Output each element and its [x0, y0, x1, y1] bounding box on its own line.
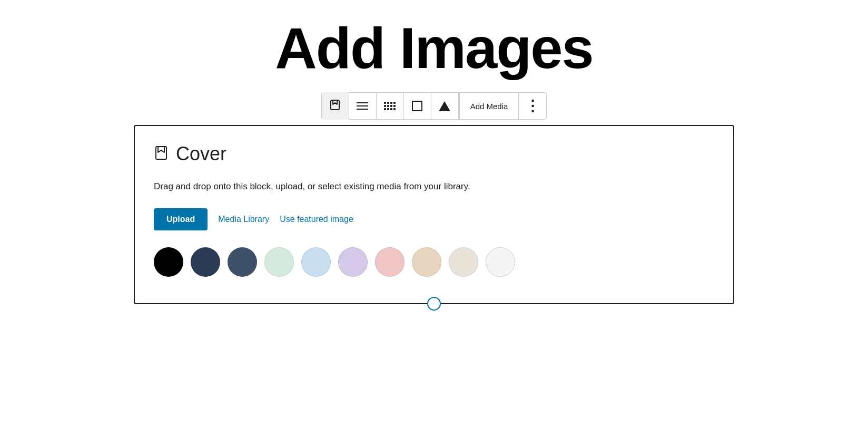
expand-icon [412, 101, 422, 111]
color-swatch-light-blue[interactable] [301, 247, 331, 277]
color-swatch-lavender[interactable] [338, 247, 368, 277]
dots-icon: ⋮ [525, 102, 540, 110]
cover-block-description: Drag and drop onto this block, upload, o… [154, 180, 714, 194]
color-swatch-dark-blue[interactable] [191, 247, 220, 277]
bookmark-toolbar-button[interactable] [322, 92, 349, 120]
add-media-button[interactable]: Add Media [459, 92, 519, 120]
color-swatch-slate[interactable] [228, 247, 257, 277]
color-swatch-pink[interactable] [375, 247, 405, 277]
cover-block-header: Cover [154, 143, 714, 165]
bookmark-icon [329, 99, 341, 113]
color-swatch-tan[interactable] [412, 247, 441, 277]
svg-rect-0 [331, 100, 339, 110]
grid-icon [384, 102, 396, 110]
lines-icon [357, 102, 368, 110]
cover-block-title: Cover [176, 143, 226, 165]
color-swatches [154, 247, 714, 277]
cover-block: Cover Drag and drop onto this block, upl… [134, 125, 734, 304]
use-featured-image-link[interactable]: Use featured image [280, 215, 353, 224]
color-swatch-white[interactable] [486, 247, 515, 277]
upload-button[interactable]: Upload [154, 208, 208, 230]
cover-block-icon [154, 146, 169, 162]
warning-toolbar-button[interactable] [431, 92, 459, 120]
block-toolbar: Add Media ⋮ [321, 92, 547, 120]
cover-block-actions: Upload Media Library Use featured image [154, 208, 714, 230]
more-options-button[interactable]: ⋮ [519, 92, 546, 120]
expand-toolbar-button[interactable] [404, 92, 431, 120]
grid-toolbar-button[interactable] [377, 92, 404, 120]
align-toolbar-button[interactable] [349, 92, 377, 120]
color-swatch-mint[interactable] [264, 247, 294, 277]
color-swatch-cream[interactable] [449, 247, 478, 277]
page-title: Add Images [275, 16, 593, 80]
color-swatch-black[interactable] [154, 247, 183, 277]
block-handle[interactable] [427, 297, 441, 311]
warning-icon [439, 101, 450, 111]
media-library-link[interactable]: Media Library [218, 215, 269, 224]
